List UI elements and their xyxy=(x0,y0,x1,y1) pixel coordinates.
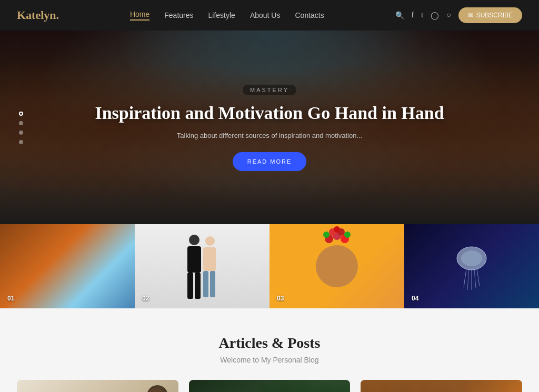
articles-section: Articles & Posts Welcome to My Personal … xyxy=(0,308,539,392)
articles-grid: POPULAR POSTS ABOUT ME RECENT POSTS xyxy=(17,380,522,392)
svg-line-23 xyxy=(477,269,480,286)
header: Katelyn. Home Features Lifestyle About U… xyxy=(0,0,539,31)
svg-point-16 xyxy=(344,232,351,238)
hero-read-more-button[interactable]: READ MORE xyxy=(233,152,307,171)
svg-point-15 xyxy=(323,232,330,238)
logo[interactable]: Katelyn. xyxy=(17,8,59,22)
svg-rect-1 xyxy=(187,246,201,273)
article-card-popular[interactable]: POPULAR POSTS xyxy=(17,380,178,392)
nav-about[interactable]: About Us xyxy=(250,11,281,19)
subscribe-label: SUBSCRIBE xyxy=(476,12,513,19)
svg-point-0 xyxy=(189,235,199,245)
article-card-recent[interactable]: RECENT POSTS xyxy=(361,380,522,392)
main-nav: Home Features Lifestyle About Us Contact… xyxy=(130,10,324,21)
twitter-icon[interactable]: t xyxy=(421,11,423,19)
svg-point-18 xyxy=(461,250,482,266)
nav-features[interactable]: Features xyxy=(164,11,193,19)
slider-dot-1[interactable] xyxy=(19,112,23,116)
search-icon[interactable]: 🔍 xyxy=(395,11,404,20)
articles-subtitle: Welcome to My Personal Blog xyxy=(17,356,522,364)
article-card-about[interactable]: ABOUT ME xyxy=(189,380,351,392)
svg-rect-3 xyxy=(195,273,201,299)
svg-point-14 xyxy=(334,226,340,233)
svg-line-20 xyxy=(467,269,469,290)
image-grid: 01 02 xyxy=(0,224,539,308)
subscribe-button[interactable]: ✉ SUBSCRIBE xyxy=(458,7,522,23)
svg-point-4 xyxy=(205,236,215,246)
nav-contacts[interactable]: Contacts xyxy=(295,11,324,19)
grid-num-2: 02 xyxy=(142,295,149,302)
svg-line-22 xyxy=(474,269,476,288)
header-actions: 🔍 f t ◯ ○ ✉ SUBSCRIBE xyxy=(395,7,522,23)
svg-line-19 xyxy=(464,269,466,287)
hero-title: Inspiration and Motivation Go Hand in Ha… xyxy=(95,103,444,124)
grid-item-3[interactable]: 03 xyxy=(270,224,404,308)
articles-header: Articles & Posts Welcome to My Personal … xyxy=(17,335,522,364)
hero-content: MASTERY Inspiration and Motivation Go Ha… xyxy=(95,85,444,171)
nav-home[interactable]: Home xyxy=(130,10,149,21)
dribbble-icon[interactable]: ○ xyxy=(446,11,451,19)
grid-item-4[interactable]: 04 xyxy=(404,224,539,308)
hero-subtitle: Talking about different sources of inspi… xyxy=(95,132,444,139)
slider-dots xyxy=(19,112,23,144)
hero-section: MASTERY Inspiration and Motivation Go Ha… xyxy=(0,31,539,225)
svg-rect-2 xyxy=(187,273,193,299)
slider-dot-2[interactable] xyxy=(19,121,23,125)
logo-text: Katelyn xyxy=(17,8,56,22)
svg-rect-5 xyxy=(203,247,216,271)
grid-num-1: 01 xyxy=(7,295,14,302)
facebook-icon[interactable]: f xyxy=(412,11,414,19)
subscribe-icon: ✉ xyxy=(468,12,473,19)
grid-item-1[interactable]: 01 xyxy=(0,224,135,308)
instagram-icon[interactable]: ◯ xyxy=(431,11,439,20)
svg-rect-7 xyxy=(210,271,215,297)
grid-num-4: 04 xyxy=(412,295,418,302)
hero-tag: MASTERY xyxy=(243,85,296,95)
slider-dot-3[interactable] xyxy=(19,130,23,135)
grid-num-3: 03 xyxy=(277,295,284,302)
svg-rect-6 xyxy=(203,271,208,297)
grid-item-2[interactable]: 02 xyxy=(135,224,270,308)
logo-dot: . xyxy=(56,8,59,22)
slider-dot-4[interactable] xyxy=(19,140,23,144)
svg-point-8 xyxy=(316,245,358,287)
articles-title: Articles & Posts xyxy=(17,335,522,351)
nav-lifestyle[interactable]: Lifestyle xyxy=(208,11,235,19)
